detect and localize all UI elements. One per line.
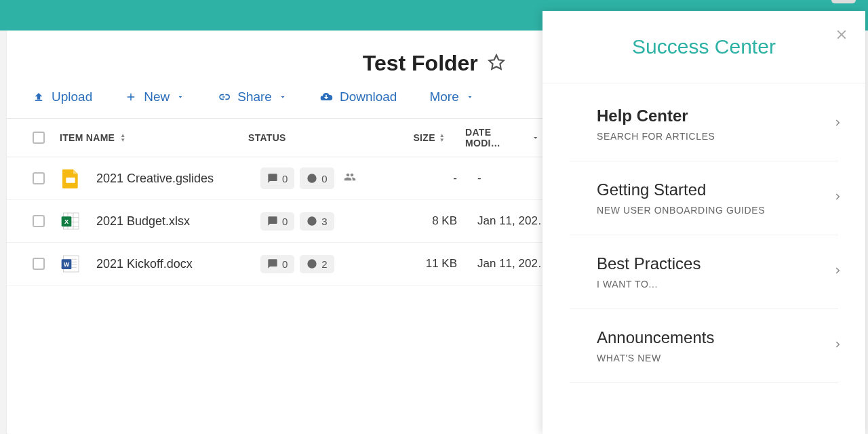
column-name[interactable]: ITEM NAME ▲▼ [45, 132, 248, 143]
column-name-label: ITEM NAME [60, 132, 115, 143]
history-count: 3 [321, 216, 327, 227]
panel-item-subtitle: I WANT TO... [597, 279, 811, 290]
panel-title: Success Center [542, 11, 865, 83]
cloud-download-icon [319, 90, 333, 104]
plus-icon [125, 91, 137, 103]
file-type-icon [57, 167, 84, 189]
chevron-right-icon [833, 263, 842, 281]
file-type-icon: W [57, 253, 84, 275]
file-date: Jan 11, 2021 … [457, 214, 552, 228]
chevron-right-icon [833, 115, 842, 133]
avatar[interactable] [831, 0, 856, 3]
file-size: 11 KB [382, 257, 457, 271]
file-name[interactable]: 2021 Kickoff.docx [84, 257, 260, 271]
panel-item-subtitle: SEARCH FOR ARTICLES [597, 131, 811, 142]
new-label: New [144, 90, 170, 104]
column-status[interactable]: STATUS [248, 132, 370, 143]
comments-chip[interactable]: 0 [260, 255, 294, 273]
svg-text:X: X [64, 218, 69, 225]
svg-text:W: W [64, 261, 70, 268]
panel-item[interactable]: Help CenterSEARCH FOR ARTICLES [570, 87, 838, 161]
close-icon[interactable] [834, 27, 849, 45]
row-checkbox[interactable] [33, 172, 45, 184]
panel-item-subtitle: NEW USER ONBOARDING GUIDES [597, 205, 811, 216]
history-count: 0 [321, 173, 327, 184]
column-date-label: DATE MODI… [465, 127, 527, 149]
panel-item-title: Best Practices [597, 254, 811, 273]
comments-count: 0 [282, 173, 288, 184]
panel-item[interactable]: AnnouncementsWHAT'S NEW [570, 309, 838, 383]
download-label: Download [340, 90, 397, 104]
sort-icon: ▲▼ [439, 134, 445, 142]
select-all-checkbox[interactable] [33, 132, 45, 144]
file-date: Jan 11, 2021 … [457, 257, 552, 271]
file-date: - [457, 172, 552, 185]
folder-title: Test Folder [363, 51, 478, 76]
share-label: Share [237, 90, 272, 104]
svg-rect-1 [66, 178, 75, 183]
column-status-label: STATUS [248, 132, 286, 143]
success-center-panel: Success Center Help CenterSEARCH FOR ART… [542, 11, 865, 434]
comments-count: 0 [282, 216, 288, 227]
file-name[interactable]: 2021 Creative.gslides [84, 172, 260, 186]
panel-item-title: Announcements [597, 328, 811, 347]
more-button[interactable]: More [429, 90, 473, 104]
upload-icon [33, 91, 45, 103]
panel-item-title: Help Center [597, 106, 811, 125]
star-icon[interactable] [488, 54, 505, 74]
chevron-down-icon [279, 93, 287, 101]
file-size: - [382, 172, 457, 185]
panel-item-subtitle: WHAT'S NEW [597, 353, 811, 363]
download-button[interactable]: Download [319, 90, 397, 104]
new-button[interactable]: New [125, 90, 184, 104]
file-size: 8 KB [382, 214, 457, 228]
column-size[interactable]: SIZE ▲▼ [370, 132, 445, 143]
sort-icon: ▲▼ [120, 134, 125, 142]
chevron-right-icon [833, 337, 842, 355]
panel-item[interactable]: Best PracticesI WANT TO... [570, 235, 838, 309]
more-label: More [429, 90, 458, 104]
chevron-down-icon [531, 133, 540, 142]
comments-count: 0 [282, 258, 288, 270]
file-type-icon: X [57, 210, 84, 232]
row-checkbox[interactable] [33, 258, 45, 270]
panel-list: Help CenterSEARCH FOR ARTICLESGetting St… [542, 87, 865, 383]
upload-label: Upload [52, 90, 92, 104]
share-button[interactable]: Share [217, 90, 287, 104]
svg-marker-0 [489, 55, 504, 69]
history-count: 2 [321, 258, 327, 270]
link-icon [217, 90, 231, 104]
file-name[interactable]: 2021 Budget.xlsx [84, 214, 260, 229]
shared-icon[interactable] [340, 167, 360, 189]
chevron-down-icon [176, 93, 184, 101]
row-checkbox[interactable] [33, 215, 45, 227]
panel-item[interactable]: Getting StartedNEW USER ONBOARDING GUIDE… [570, 161, 838, 235]
chevron-down-icon [466, 93, 474, 101]
comments-chip[interactable]: 0 [260, 167, 294, 189]
comments-chip[interactable]: 0 [260, 212, 294, 231]
history-chip[interactable]: 2 [300, 255, 334, 273]
chevron-right-icon [833, 189, 842, 207]
column-size-label: SIZE [413, 132, 435, 143]
upload-button[interactable]: Upload [33, 90, 92, 104]
history-chip[interactable]: 3 [300, 212, 334, 231]
panel-item-title: Getting Started [597, 180, 811, 199]
history-chip[interactable]: 0 [300, 167, 334, 189]
column-date[interactable]: DATE MODI… [445, 127, 540, 149]
